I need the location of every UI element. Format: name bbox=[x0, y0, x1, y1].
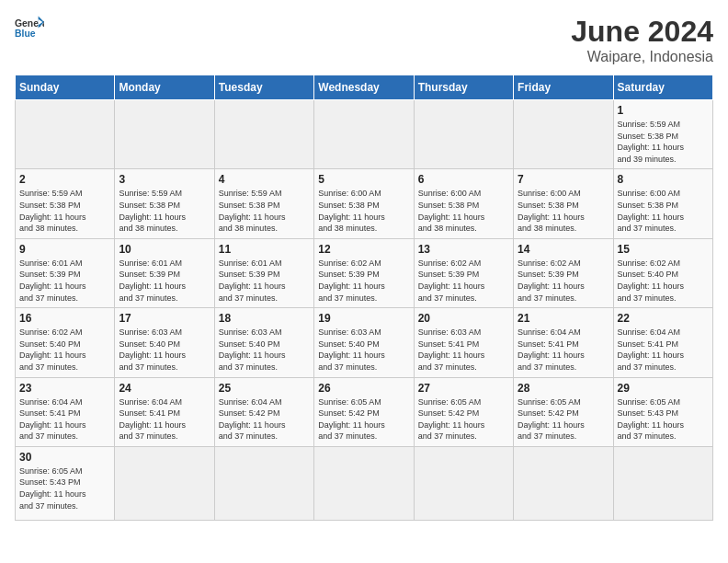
calendar-cell: 27Sunrise: 6:05 AM Sunset: 5:42 PM Dayli… bbox=[414, 377, 513, 446]
day-info: Sunrise: 6:04 AM Sunset: 5:41 PM Dayligh… bbox=[618, 327, 709, 373]
day-info: Sunrise: 6:04 AM Sunset: 5:41 PM Dayligh… bbox=[119, 396, 210, 442]
calendar-cell: 23Sunrise: 6:04 AM Sunset: 5:41 PM Dayli… bbox=[16, 377, 115, 446]
calendar-cell: 26Sunrise: 6:05 AM Sunset: 5:42 PM Dayli… bbox=[314, 377, 414, 446]
day-info: Sunrise: 6:03 AM Sunset: 5:40 PM Dayligh… bbox=[119, 327, 210, 373]
day-number: 12 bbox=[318, 243, 409, 256]
weekday-header-friday: Friday bbox=[514, 75, 613, 100]
day-info: Sunrise: 6:04 AM Sunset: 5:41 PM Dayligh… bbox=[518, 327, 609, 373]
day-number: 5 bbox=[318, 173, 409, 186]
calendar-cell bbox=[314, 446, 414, 520]
calendar-cell: 18Sunrise: 6:03 AM Sunset: 5:40 PM Dayli… bbox=[214, 308, 313, 377]
day-number: 1 bbox=[618, 104, 709, 117]
day-info: Sunrise: 6:02 AM Sunset: 5:39 PM Dayligh… bbox=[518, 258, 609, 304]
calendar-cell: 28Sunrise: 6:05 AM Sunset: 5:42 PM Dayli… bbox=[514, 377, 613, 446]
calendar-cell: 11Sunrise: 6:01 AM Sunset: 5:39 PM Dayli… bbox=[214, 238, 313, 307]
day-info: Sunrise: 6:05 AM Sunset: 5:42 PM Dayligh… bbox=[318, 396, 409, 442]
day-number: 20 bbox=[418, 312, 509, 325]
calendar-cell bbox=[214, 446, 313, 520]
day-number: 29 bbox=[618, 382, 709, 395]
calendar-cell bbox=[314, 100, 414, 169]
day-number: 27 bbox=[418, 382, 509, 395]
weekday-header-saturday: Saturday bbox=[613, 75, 712, 100]
day-info: Sunrise: 6:03 AM Sunset: 5:40 PM Dayligh… bbox=[219, 327, 310, 373]
calendar-cell: 10Sunrise: 6:01 AM Sunset: 5:39 PM Dayli… bbox=[115, 238, 214, 307]
day-info: Sunrise: 6:00 AM Sunset: 5:38 PM Dayligh… bbox=[318, 188, 409, 234]
calendar-cell: 20Sunrise: 6:03 AM Sunset: 5:41 PM Dayli… bbox=[414, 308, 513, 377]
calendar-cell bbox=[115, 100, 214, 169]
weekday-header-row: SundayMondayTuesdayWednesdayThursdayFrid… bbox=[16, 75, 713, 100]
day-info: Sunrise: 5:59 AM Sunset: 5:38 PM Dayligh… bbox=[618, 119, 709, 165]
day-info: Sunrise: 6:00 AM Sunset: 5:38 PM Dayligh… bbox=[618, 188, 709, 234]
day-info: Sunrise: 6:01 AM Sunset: 5:39 PM Dayligh… bbox=[119, 258, 210, 304]
day-number: 2 bbox=[19, 173, 110, 186]
calendar-cell: 15Sunrise: 6:02 AM Sunset: 5:40 PM Dayli… bbox=[613, 238, 712, 307]
day-info: Sunrise: 6:01 AM Sunset: 5:39 PM Dayligh… bbox=[219, 258, 310, 304]
day-info: Sunrise: 6:02 AM Sunset: 5:39 PM Dayligh… bbox=[318, 258, 409, 304]
day-number: 30 bbox=[19, 451, 110, 464]
calendar-subtitle: Waipare, Indonesia bbox=[571, 49, 713, 65]
calendar-cell: 8Sunrise: 6:00 AM Sunset: 5:38 PM Daylig… bbox=[613, 169, 712, 238]
day-info: Sunrise: 5:59 AM Sunset: 5:38 PM Dayligh… bbox=[219, 188, 310, 234]
calendar-cell: 13Sunrise: 6:02 AM Sunset: 5:39 PM Dayli… bbox=[414, 238, 513, 307]
calendar-cell: 7Sunrise: 6:00 AM Sunset: 5:38 PM Daylig… bbox=[514, 169, 613, 238]
day-info: Sunrise: 6:02 AM Sunset: 5:40 PM Dayligh… bbox=[19, 327, 110, 373]
week-row-4: 16Sunrise: 6:02 AM Sunset: 5:40 PM Dayli… bbox=[16, 308, 713, 377]
calendar-cell: 4Sunrise: 5:59 AM Sunset: 5:38 PM Daylig… bbox=[214, 169, 313, 238]
calendar-cell bbox=[613, 446, 712, 520]
calendar-cell: 12Sunrise: 6:02 AM Sunset: 5:39 PM Dayli… bbox=[314, 238, 414, 307]
day-info: Sunrise: 5:59 AM Sunset: 5:38 PM Dayligh… bbox=[19, 188, 110, 234]
day-info: Sunrise: 6:05 AM Sunset: 5:43 PM Dayligh… bbox=[19, 465, 110, 511]
calendar-cell bbox=[214, 100, 313, 169]
day-info: Sunrise: 6:02 AM Sunset: 5:39 PM Dayligh… bbox=[418, 258, 509, 304]
weekday-header-monday: Monday bbox=[115, 75, 214, 100]
week-row-1: 1Sunrise: 5:59 AM Sunset: 5:38 PM Daylig… bbox=[16, 100, 713, 169]
day-number: 13 bbox=[418, 243, 509, 256]
day-info: Sunrise: 6:00 AM Sunset: 5:38 PM Dayligh… bbox=[518, 188, 609, 234]
calendar-cell: 22Sunrise: 6:04 AM Sunset: 5:41 PM Dayli… bbox=[613, 308, 712, 377]
week-row-6: 30Sunrise: 6:05 AM Sunset: 5:43 PM Dayli… bbox=[16, 446, 713, 520]
day-info: Sunrise: 6:05 AM Sunset: 5:42 PM Dayligh… bbox=[518, 396, 609, 442]
day-number: 19 bbox=[318, 312, 409, 325]
day-number: 7 bbox=[518, 173, 609, 186]
calendar-cell bbox=[16, 100, 115, 169]
day-number: 26 bbox=[318, 382, 409, 395]
day-number: 16 bbox=[19, 312, 110, 325]
calendar-cell bbox=[414, 446, 513, 520]
day-number: 4 bbox=[219, 173, 310, 186]
svg-text:Blue: Blue bbox=[15, 29, 36, 39]
day-info: Sunrise: 6:02 AM Sunset: 5:40 PM Dayligh… bbox=[618, 258, 709, 304]
day-number: 9 bbox=[19, 243, 110, 256]
calendar-cell bbox=[414, 100, 513, 169]
calendar-cell: 29Sunrise: 6:05 AM Sunset: 5:43 PM Dayli… bbox=[613, 377, 712, 446]
day-number: 17 bbox=[119, 312, 210, 325]
day-info: Sunrise: 6:01 AM Sunset: 5:39 PM Dayligh… bbox=[19, 258, 110, 304]
calendar-cell: 3Sunrise: 5:59 AM Sunset: 5:38 PM Daylig… bbox=[115, 169, 214, 238]
day-number: 28 bbox=[518, 382, 609, 395]
title-section: June 2024 Waipare, Indonesia bbox=[571, 15, 713, 65]
calendar-cell: 14Sunrise: 6:02 AM Sunset: 5:39 PM Dayli… bbox=[514, 238, 613, 307]
calendar-cell bbox=[514, 446, 613, 520]
day-number: 14 bbox=[518, 243, 609, 256]
calendar-cell: 6Sunrise: 6:00 AM Sunset: 5:38 PM Daylig… bbox=[414, 169, 513, 238]
calendar-cell: 9Sunrise: 6:01 AM Sunset: 5:39 PM Daylig… bbox=[16, 238, 115, 307]
calendar-cell: 1Sunrise: 5:59 AM Sunset: 5:38 PM Daylig… bbox=[613, 100, 712, 169]
week-row-2: 2Sunrise: 5:59 AM Sunset: 5:38 PM Daylig… bbox=[16, 169, 713, 238]
day-number: 24 bbox=[119, 382, 210, 395]
week-row-5: 23Sunrise: 6:04 AM Sunset: 5:41 PM Dayli… bbox=[16, 377, 713, 446]
page-header: General Blue June 2024 Waipare, Indonesi… bbox=[15, 15, 713, 65]
day-number: 18 bbox=[219, 312, 310, 325]
weekday-header-thursday: Thursday bbox=[414, 75, 513, 100]
logo: General Blue bbox=[15, 15, 44, 40]
day-info: Sunrise: 6:04 AM Sunset: 5:42 PM Dayligh… bbox=[219, 396, 310, 442]
day-info: Sunrise: 6:00 AM Sunset: 5:38 PM Dayligh… bbox=[418, 188, 509, 234]
day-number: 23 bbox=[19, 382, 110, 395]
day-number: 3 bbox=[119, 173, 210, 186]
logo-icon: General Blue bbox=[15, 15, 44, 40]
weekday-header-wednesday: Wednesday bbox=[314, 75, 414, 100]
calendar-cell: 17Sunrise: 6:03 AM Sunset: 5:40 PM Dayli… bbox=[115, 308, 214, 377]
calendar-table: SundayMondayTuesdayWednesdayThursdayFrid… bbox=[15, 75, 713, 521]
day-number: 22 bbox=[618, 312, 709, 325]
calendar-cell: 25Sunrise: 6:04 AM Sunset: 5:42 PM Dayli… bbox=[214, 377, 313, 446]
day-info: Sunrise: 6:03 AM Sunset: 5:41 PM Dayligh… bbox=[418, 327, 509, 373]
calendar-cell bbox=[514, 100, 613, 169]
